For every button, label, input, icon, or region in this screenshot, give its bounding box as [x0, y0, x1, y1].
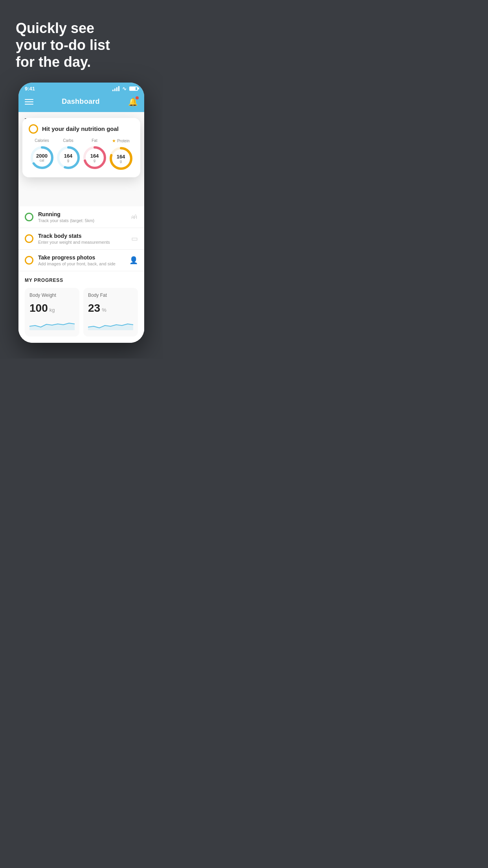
calories-donut: 2000 cal [29, 145, 55, 170]
scale-icon: ▭ [131, 234, 138, 243]
todo-subtitle-running: Track your stats (target: 5km) [38, 218, 126, 223]
body-weight-card[interactable]: Body Weight 100 kg [25, 288, 79, 337]
carbs-item: Carbs 164 g [56, 138, 81, 170]
body-fat-unit: % [102, 307, 106, 313]
wifi-icon: ∿ [122, 86, 127, 92]
todo-list: Running Track your stats (target: 5km) 🗚… [18, 206, 144, 271]
protein-value: 164 [117, 154, 125, 159]
list-item[interactable]: Take progress photos Add images of your … [18, 250, 144, 271]
todo-subtitle-photos: Add images of your front, back, and side [38, 261, 125, 266]
calories-unit: cal [36, 158, 48, 162]
progress-section-title: MY PROGRESS [25, 278, 138, 283]
protein-label: ★ Protein [112, 138, 130, 143]
list-item[interactable]: Track body stats Enter your weight and m… [18, 228, 144, 250]
carbs-donut: 164 g [56, 145, 81, 170]
time: 9:41 [25, 86, 35, 92]
progress-section: MY PROGRESS Body Weight 100 kg Body Fat [18, 271, 144, 343]
fat-item: Fat 164 g [82, 138, 107, 170]
fat-unit: g [90, 158, 99, 162]
todo-circle-photos [25, 256, 33, 265]
body-fat-title: Body Fat [88, 292, 133, 298]
calories-label: Calories [35, 138, 49, 143]
card-title-row: Hit your daily nutrition goal [29, 124, 134, 134]
body-weight-value: 100 [29, 302, 48, 314]
calories-value: 2000 [36, 153, 48, 158]
carbs-unit: g [64, 158, 73, 162]
fat-value: 164 [90, 153, 99, 158]
todo-title-running: Running [38, 211, 126, 217]
body-fat-sparkline [88, 318, 133, 330]
card-title: Hit your daily nutrition goal [42, 125, 119, 132]
progress-cards: Body Weight 100 kg Body Fat 23 % [25, 288, 138, 343]
carbs-label: Carbs [63, 138, 73, 143]
body-weight-title: Body Weight [29, 292, 75, 298]
nutrition-card[interactable]: Hit your daily nutrition goal Calories 2… [22, 118, 140, 177]
menu-button[interactable] [25, 99, 33, 105]
signal-icon [112, 86, 119, 91]
protein-donut: 164 g [108, 146, 134, 171]
protein-unit: g [117, 159, 125, 163]
notification-button[interactable]: 🔔 [128, 97, 138, 107]
todo-title-photos: Take progress photos [38, 254, 125, 261]
calories-item: Calories 2000 cal [29, 138, 55, 170]
fat-donut: 164 g [82, 145, 107, 170]
notification-badge [136, 96, 139, 99]
photo-icon: 👤 [129, 256, 138, 265]
nutrition-row: Calories 2000 cal Carbs [29, 138, 134, 171]
status-bar: 9:41 ∿ [18, 83, 144, 93]
list-item[interactable]: Running Track your stats (target: 5km) 🗚 [18, 206, 144, 228]
body-fat-value-row: 23 % [88, 302, 133, 314]
todo-circle-bodystats [25, 234, 33, 243]
running-icon: 🗚 [131, 213, 138, 221]
battery-icon [129, 86, 138, 91]
svg-marker-1 [88, 324, 133, 330]
svg-marker-0 [29, 323, 75, 330]
fat-label: Fat [92, 138, 97, 143]
star-icon: ★ [112, 138, 116, 143]
todo-subtitle-bodystats: Enter your weight and measurements [38, 240, 127, 245]
status-icons: ∿ [112, 86, 138, 92]
body-weight-sparkline [29, 318, 75, 330]
app-header: Dashboard 🔔 [18, 93, 144, 112]
body-weight-unit: kg [50, 307, 55, 313]
todo-text-running: Running Track your stats (target: 5km) [38, 211, 126, 223]
todo-text-photos: Take progress photos Add images of your … [38, 254, 125, 266]
body-fat-value: 23 [88, 302, 100, 314]
phone-mockup: 9:41 ∿ Dashboard 🔔 THINGS TO DO TODAY [18, 83, 144, 343]
hero-section: Quickly see your to-do list for the day. [0, 0, 163, 83]
carbs-value: 164 [64, 153, 73, 158]
app-title: Dashboard [62, 97, 100, 106]
hero-title: Quickly see your to-do list for the day. [16, 20, 147, 71]
protein-item: ★ Protein 164 g [108, 138, 134, 171]
todo-text-bodystats: Track body stats Enter your weight and m… [38, 233, 127, 245]
card-check-circle [29, 124, 38, 134]
todo-circle-running [25, 213, 33, 221]
body-weight-value-row: 100 kg [29, 302, 75, 314]
body-fat-card[interactable]: Body Fat 23 % [83, 288, 138, 337]
todo-title-bodystats: Track body stats [38, 233, 127, 239]
